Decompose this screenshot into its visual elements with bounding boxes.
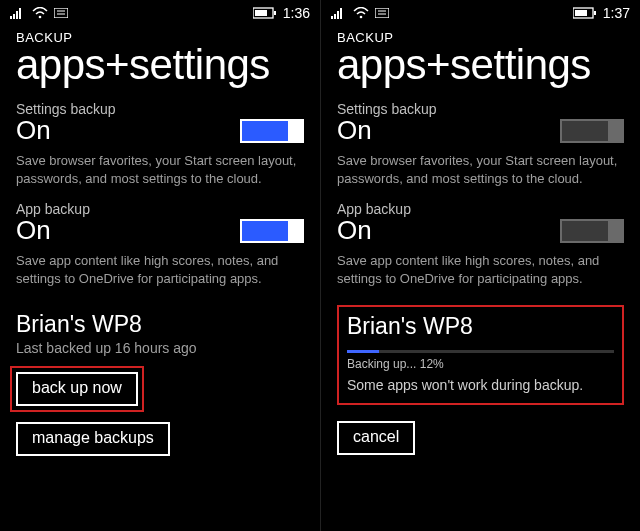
svg-rect-21 (594, 11, 596, 15)
svg-rect-3 (19, 8, 21, 19)
svg-rect-16 (375, 8, 389, 18)
signal-icon (331, 7, 347, 19)
svg-rect-9 (255, 10, 267, 16)
settings-backup-section: Settings backup On Save browser favorite… (321, 87, 640, 187)
settings-backup-state: On (337, 115, 372, 146)
app-backup-toggle[interactable] (560, 219, 624, 243)
app-backup-state: On (16, 215, 51, 246)
svg-rect-10 (274, 11, 276, 15)
device-name: Brian's WP8 (347, 313, 614, 340)
wifi-icon (353, 7, 369, 19)
app-backup-desc: Save app content like high scores, notes… (337, 252, 624, 287)
manage-backups-button[interactable]: manage backups (16, 422, 170, 456)
progress-bar (347, 350, 379, 353)
screenshot-left: 1:36 BACKUP apps+settings Settings backu… (0, 0, 320, 531)
settings-backup-toggle[interactable] (560, 119, 624, 143)
app-backup-section: App backup On Save app content like high… (0, 187, 320, 287)
settings-backup-desc: Save browser favorites, your Start scree… (337, 152, 624, 187)
app-backup-state: On (337, 215, 372, 246)
device-block: Brian's WP8 Last backed up 16 hours ago (0, 287, 320, 356)
backup-message: Some apps won't work during backup. (347, 377, 614, 393)
device-block: Brian's WP8 Backing up... 12% Some apps … (321, 287, 640, 405)
svg-rect-0 (10, 16, 12, 19)
page-header: BACKUP apps+settings (0, 24, 320, 87)
progress-text: Backing up... 12% (347, 357, 614, 371)
screenshot-right: 1:37 BACKUP apps+settings Settings backu… (320, 0, 640, 531)
app-backup-desc: Save app content like high scores, notes… (16, 252, 304, 287)
svg-point-15 (360, 16, 363, 19)
app-backup-section: App backup On Save app content like high… (321, 187, 640, 287)
svg-rect-13 (337, 11, 339, 19)
backup-now-button[interactable]: back up now (16, 372, 138, 406)
app-backup-toggle[interactable] (240, 219, 304, 243)
backup-progress: Backing up... 12% (347, 350, 614, 371)
cancel-button[interactable]: cancel (337, 421, 415, 455)
page-title: apps+settings (16, 43, 304, 87)
svg-rect-2 (16, 11, 18, 19)
progress-track (347, 350, 614, 353)
notification-icon (375, 8, 389, 18)
wifi-icon (32, 7, 48, 19)
status-bar: 1:36 (0, 0, 320, 24)
svg-rect-5 (54, 8, 68, 18)
svg-point-4 (39, 16, 42, 19)
svg-rect-14 (340, 8, 342, 19)
settings-backup-desc: Save browser favorites, your Start scree… (16, 152, 304, 187)
svg-rect-12 (334, 14, 336, 19)
status-bar: 1:37 (321, 0, 640, 24)
settings-backup-state: On (16, 115, 51, 146)
page-title: apps+settings (337, 43, 624, 87)
settings-backup-toggle[interactable] (240, 119, 304, 143)
device-name: Brian's WP8 (16, 311, 304, 338)
battery-icon (253, 7, 277, 19)
notification-icon (54, 8, 68, 18)
battery-icon (573, 7, 597, 19)
svg-rect-20 (575, 10, 587, 16)
clock-text: 1:37 (603, 5, 630, 21)
backup-progress-highlight: Brian's WP8 Backing up... 12% Some apps … (337, 305, 624, 405)
settings-backup-section: Settings backup On Save browser favorite… (0, 87, 320, 187)
svg-rect-1 (13, 14, 15, 19)
signal-icon (10, 7, 26, 19)
clock-text: 1:36 (283, 5, 310, 21)
svg-rect-11 (331, 16, 333, 19)
last-backup-text: Last backed up 16 hours ago (16, 340, 304, 356)
page-header: BACKUP apps+settings (321, 24, 640, 87)
